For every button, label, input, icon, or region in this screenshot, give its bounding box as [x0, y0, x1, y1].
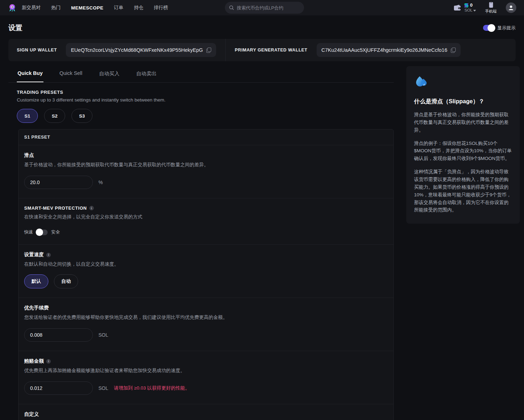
- slippage-help-panel: 什么是滑点（Slippage）？ 滑点是基于价格波动，你所能接受的预期获取代币数…: [406, 66, 520, 224]
- signup-wallet-address: EUeQTcn2corLVsjyZYcMd68QKWFxeNKx49P55Hek…: [66, 43, 216, 57]
- wallet-balance[interactable]: 0 SOL: [453, 3, 476, 13]
- priority-fee-input[interactable]: [24, 328, 93, 342]
- trading-presets-subheading: Customize up to 3 different settings and…: [17, 97, 394, 103]
- app-logo-icon[interactable]: [8, 3, 17, 12]
- mev-toggle[interactable]: [36, 230, 48, 235]
- preset-s2-button[interactable]: S2: [44, 109, 65, 123]
- primary-wallet-address-text: C7Ku24tUaAAuc5XjUFFZ4hgcrmkiEy9o26JMNeCc…: [322, 47, 447, 53]
- speed-auto-button[interactable]: 自动: [54, 274, 78, 288]
- custom-amounts-section: 自定义 使用你自定义的预设金额来定制「Quick Buy」按钮。 0.25 0.…: [19, 404, 393, 420]
- bribe-unit: SOL: [98, 385, 108, 391]
- priority-fee-unit: SOL: [98, 332, 108, 338]
- show-hints-label: 显示提示: [497, 25, 516, 31]
- priority-fee-label: 优先手续费: [24, 305, 388, 311]
- solana-icon: [464, 4, 468, 7]
- settings-tabs: Quick Buy Quick Sell 自动买入 自动卖出: [8, 66, 394, 83]
- slippage-section: 滑点 基于价格波动，你所能接受的预期获取代币数量与真正交易获取的代币数量之间的差…: [19, 145, 393, 198]
- chevron-down-icon: [473, 10, 476, 12]
- slippage-input[interactable]: [24, 176, 93, 189]
- slippage-unit: %: [98, 180, 103, 185]
- bribe-label: 贿赂金额: [24, 358, 44, 364]
- divider: [225, 39, 226, 61]
- preset-panel-title: S1 PRESET: [19, 130, 393, 145]
- primary-wallet-address: C7Ku24tUaAAuc5XjUFFZ4hgcrmkiEy9o26JMNeCc…: [317, 43, 461, 57]
- speed-desc: 在默认和自动之间切换，以自定义交易速度。: [24, 261, 388, 267]
- mev-label: SMART-MEV PROTECTION: [24, 205, 87, 211]
- user-avatar[interactable]: [506, 2, 516, 13]
- help-paragraph-1: 滑点是基于价格波动，你所能接受的预期获取代币数量与真正交易获取的代币数量之间的差…: [414, 111, 512, 134]
- mobile-app-label: 手机端: [485, 9, 497, 14]
- nav-menu: 新交易对 热门 MEMESCOPE 订单 持仓 排行榜: [22, 5, 168, 11]
- primary-wallet-label: PRIMARY GENERATED WALLET: [235, 48, 307, 52]
- bribe-section: 贿赂金额 i 优先费用上再添加贿赂金额能够激励让验证者来帮助您加快交易成功的速度…: [19, 351, 393, 404]
- speed-label: 设置速度: [24, 252, 44, 258]
- mobile-app-link[interactable]: 手机端: [485, 2, 497, 14]
- signup-wallet-label: SIGN UP WALLET: [17, 48, 57, 52]
- search-icon: [229, 5, 234, 10]
- phone-icon: [488, 2, 494, 8]
- user-icon: [508, 5, 514, 11]
- custom-label: 自定义: [24, 411, 388, 418]
- preset-panel: S1 PRESET 滑点 基于价格波动，你所能接受的预期获取代币数量与真正交易获…: [18, 129, 394, 420]
- bribe-desc: 优先费用上再添加贿赂金额能够激励让验证者来帮助您加快交易成功的速度。: [24, 368, 388, 374]
- trading-presets-heading: TRADING PRESETS: [17, 90, 394, 95]
- priority-fee-desc: 您发送给验证者的优先费用能够帮助你更快地完成交易，我们建议使用比平均优先费更高的…: [24, 314, 388, 321]
- show-hints-toggle[interactable]: [483, 25, 494, 31]
- priority-fee-section: 优先手续费 您发送给验证者的优先费用能够帮助你更快地完成交易，我们建议使用比平均…: [19, 298, 393, 351]
- search-input[interactable]: [237, 5, 300, 10]
- help-paragraph-2: 滑点的例子：假设你想花1SOL购买10个$MOON货币，并把滑点设为10%，当你…: [414, 140, 512, 163]
- nav-item-memescope[interactable]: MEMESCOPE: [71, 5, 103, 10]
- nav-item-leaderboard[interactable]: 排行榜: [154, 5, 168, 11]
- help-title: 什么是滑点（Slippage）？: [414, 98, 512, 105]
- wallet-bar: SIGN UP WALLET EUeQTcn2corLVsjyZYcMd68QK…: [8, 39, 516, 61]
- wallet-icon: [453, 4, 462, 12]
- nav-item-new-pairs[interactable]: 新交易对: [22, 5, 41, 11]
- speed-section: 设置速度 i 在默认和自动之间切换，以自定义交易速度。 默认 自动: [19, 244, 393, 298]
- bribe-warning: 请增加到 ≥0.03 以获得更好的性能。: [114, 385, 190, 391]
- help-paragraph-3: 这种情况属于「负滑点」，因为价格波动导致该货币需要以更高的价格购入，降低了你的购…: [414, 168, 512, 214]
- signup-wallet-address-text: EUeQTcn2corLVsjyZYcMd68QKWFxeNKx49P55Hek…: [71, 47, 203, 53]
- nav-item-trending[interactable]: 热门: [51, 5, 61, 11]
- sol-balance-unit: SOL: [464, 8, 473, 13]
- page-title: 设置: [8, 23, 22, 33]
- info-icon[interactable]: i: [89, 206, 94, 210]
- nav-item-holdings[interactable]: 持仓: [134, 5, 143, 11]
- tab-auto-sell[interactable]: 自动卖出: [136, 66, 157, 82]
- water-drop-icon: [414, 75, 428, 89]
- copy-icon[interactable]: [451, 48, 456, 53]
- copy-icon[interactable]: [206, 48, 211, 53]
- slippage-desc: 基于价格波动，你所能接受的预期获取代币数量与真正交易获取的代币数量之间的差异。: [24, 162, 388, 168]
- mev-fast-label: 快速: [24, 229, 33, 235]
- mev-section: SMART-MEV PROTECTION i 在快速和安全之间选择，以完全自定义…: [19, 198, 393, 244]
- mev-desc: 在快速和安全之间选择，以完全自定义你发送交易的方式: [24, 214, 388, 220]
- slippage-label: 滑点: [24, 152, 388, 159]
- nav-item-orders[interactable]: 订单: [114, 5, 123, 11]
- tab-auto-buy[interactable]: 自动买入: [98, 66, 120, 82]
- preset-s1-button[interactable]: S1: [17, 109, 38, 123]
- mev-secure-label: 安全: [51, 229, 60, 235]
- preset-s3-button[interactable]: S3: [71, 109, 92, 123]
- tab-quick-sell[interactable]: Quick Sell: [59, 66, 83, 82]
- info-icon[interactable]: i: [46, 359, 51, 364]
- bribe-input[interactable]: [24, 382, 93, 395]
- search-box[interactable]: [225, 2, 304, 14]
- top-navigation: 新交易对 热门 MEMESCOPE 订单 持仓 排行榜 0: [0, 0, 524, 15]
- info-icon[interactable]: i: [46, 253, 51, 257]
- speed-default-button[interactable]: 默认: [24, 274, 48, 288]
- tab-quick-buy[interactable]: Quick Buy: [17, 66, 43, 82]
- sol-balance-value: 0: [470, 3, 473, 8]
